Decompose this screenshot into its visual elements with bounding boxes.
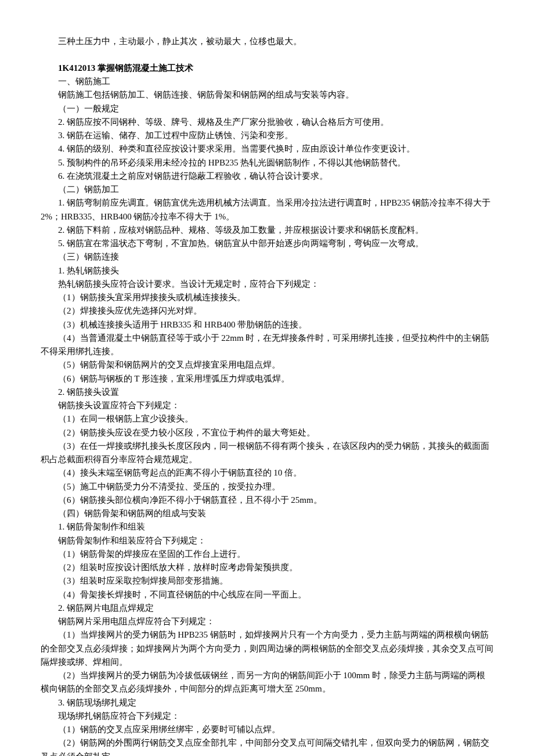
list-item: （2）焊接接头应优先选择闪光对焊。	[41, 304, 493, 318]
list-item: （6）钢筋与钢板的 T 形连接，宜采用埋弧压力焊或电弧焊。	[41, 372, 493, 386]
list-item: 5. 预制构件的吊环必须采用未经冷拉的 HPB235 热轧光圆钢筋制作，不得以其…	[41, 156, 493, 170]
subsection-title: 一、钢筋施工	[41, 75, 493, 88]
subsection-title: （三）钢筋连接	[41, 250, 493, 264]
subsection-title: （一）一般规定	[41, 102, 493, 116]
list-item: 2. 钢筋应按不同钢种、等级、牌号、规格及生产厂家分批验收，确认合格后方可使用。	[41, 116, 493, 129]
list-item-title: 1. 钢筋骨架制作和组装	[41, 520, 493, 534]
list-item: （1）在同一根钢筋上宜少设接头。	[41, 412, 493, 426]
list-item: （2）当焊接网片的受力钢筋为冷拔低碳钢丝，而另一方向的钢筋间距小于 100mm …	[41, 669, 493, 696]
list-item-title: 3. 钢筋现场绑扎规定	[41, 696, 493, 710]
list-item: （1）当焊接网片的受力钢筋为 HPB235 钢筋时，如焊接网片只有一个方向受力，…	[41, 628, 493, 669]
list-item: （2）钢筋接头应设在受力较小区段，不宜位于构件的最大弯矩处。	[41, 426, 493, 440]
spacer	[41, 48, 493, 62]
list-item: 3. 钢筋在运输、储存、加工过程中应防止锈蚀、污染和变形。	[41, 129, 493, 142]
list-item: 1. 钢筋弯制前应先调直。钢筋宜优先选用机械方法调直。当采用冷拉法进行调直时，H…	[41, 196, 493, 224]
body-text: 热轧钢筋接头应符合设计要求。当设计无规定时，应符合下列规定：	[41, 278, 493, 291]
subsection-title: （四）钢筋骨架和钢筋网的组成与安装	[41, 507, 493, 520]
list-item: （4）骨架接长焊接时，不同直径钢筋的中心线应在同一平面上。	[41, 588, 493, 602]
body-text: 钢筋网片采用电阻点焊应符合下列规定：	[41, 615, 493, 628]
list-item: （1）钢筋骨架的焊接应在坚固的工作台上进行。	[41, 548, 493, 561]
list-item: （1）钢筋的交叉点应采用绑丝绑牢，必要时可辅以点焊。	[41, 723, 493, 736]
list-item: （5）钢筋骨架和钢筋网片的交叉点焊接宜采用电阻点焊。	[41, 358, 493, 372]
list-item-title: 2. 钢筋接头设置	[41, 386, 493, 399]
section-heading: 1K412013 掌握钢筋混凝土施工技术	[41, 62, 493, 75]
subsection-title: （二）钢筋加工	[41, 183, 493, 196]
list-item-title: 1. 热轧钢筋接头	[41, 264, 493, 278]
list-item: 4. 钢筋的级别、种类和直径应按设计要求采用。当需要代换时，应由原设计单位作变更…	[41, 142, 493, 156]
list-item: （1）钢筋接头宜采用焊接接头或机械连接接头。	[41, 291, 493, 304]
list-item: 2. 钢筋下料前，应核对钢筋品种、规格、等级及加工数量，并应根据设计要求和钢筋长…	[41, 224, 493, 237]
intro-paragraph: 三种土压力中，主动最小，静止其次，被动最大，位移也最大。	[41, 35, 493, 48]
list-item: （3）在任一焊接或绑扎接头长度区段内，同一根钢筋不得有两个接头，在该区段内的受力…	[41, 440, 493, 467]
body-text: 钢筋骨架制作和组装应符合下列规定：	[41, 534, 493, 548]
list-item: （6）钢筋接头部位横向净距不得小于钢筋直径，且不得小于 25mm。	[41, 494, 493, 507]
list-item-title: 2. 钢筋网片电阻点焊规定	[41, 602, 493, 615]
list-item: （4）当普通混凝土中钢筋直径等于或小于 22mm 时，在无焊接条件时，可采用绑扎…	[41, 332, 493, 359]
list-item: （3）组装时应采取控制焊接局部变形措施。	[41, 574, 493, 588]
body-text: 现场绑扎钢筋应符合下列规定：	[41, 710, 493, 723]
list-item: 5. 钢筋宜在常温状态下弯制，不宜加热。钢筋宜从中部开始逐步向两端弯制，弯钩应一…	[41, 237, 493, 250]
body-text: 钢筋接头设置应符合下列规定：	[41, 399, 493, 412]
list-item: （2）钢筋网的外围两行钢筋交叉点应全部扎牢，中间部分交叉点可间隔交错扎牢，但双向…	[41, 736, 493, 756]
list-item: （5）施工中钢筋受力分不清受拉、受压的，按受拉办理。	[41, 480, 493, 494]
body-text: 钢筋施工包括钢筋加工、钢筋连接、钢筋骨架和钢筋网的组成与安装等内容。	[41, 88, 493, 102]
list-item: （2）组装时应按设计图纸放大样，放样时应考虑骨架预拱度。	[41, 561, 493, 574]
list-item: （3）机械连接接头适用于 HRB335 和 HRB400 带肋钢筋的连接。	[41, 318, 493, 332]
list-item: 6. 在浇筑混凝土之前应对钢筋进行隐蔽工程验收，确认符合设计要求。	[41, 170, 493, 183]
list-item: （4）接头末端至钢筋弯起点的距离不得小于钢筋直径的 10 倍。	[41, 466, 493, 480]
